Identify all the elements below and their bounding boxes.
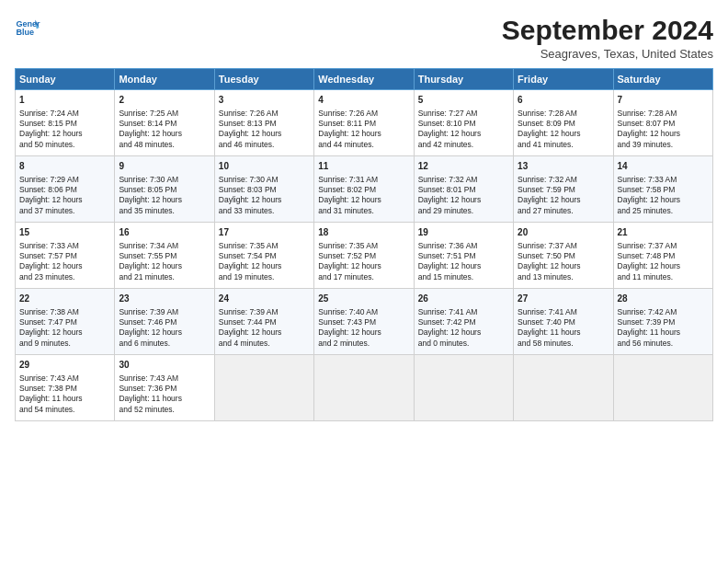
- calendar-row: 29Sunrise: 7:43 AMSunset: 7:38 PMDayligh…: [16, 355, 713, 421]
- day-info: and 17 minutes.: [318, 272, 409, 282]
- day-info: Sunset: 8:01 PM: [418, 185, 509, 195]
- day-info: and 11 minutes.: [618, 272, 709, 282]
- day-info: Sunrise: 7:43 AM: [19, 373, 110, 384]
- day-info: and 23 minutes.: [19, 272, 110, 282]
- day-number: 26: [418, 293, 509, 305]
- day-info: Daylight: 12 hours: [19, 327, 110, 338]
- day-info: and 39 minutes.: [618, 140, 709, 150]
- day-info: and 58 minutes.: [518, 339, 609, 349]
- table-cell: 22Sunrise: 7:38 AMSunset: 7:47 PMDayligh…: [16, 289, 115, 355]
- page-title: September 2024: [502, 15, 713, 45]
- day-info: Sunrise: 7:33 AM: [618, 175, 709, 185]
- day-info: Sunrise: 7:36 AM: [418, 241, 509, 251]
- day-info: Sunset: 8:11 PM: [318, 119, 409, 129]
- day-number: 6: [518, 94, 609, 107]
- day-info: Daylight: 12 hours: [19, 195, 110, 205]
- day-info: Daylight: 11 hours: [19, 394, 110, 404]
- day-info: Sunset: 8:13 PM: [219, 119, 310, 129]
- page-subtitle: Seagraves, Texas, United States: [502, 47, 713, 61]
- day-info: Sunrise: 7:34 AM: [119, 241, 210, 251]
- day-info: Sunrise: 7:25 AM: [119, 109, 210, 119]
- day-info: Sunset: 8:02 PM: [318, 185, 409, 195]
- table-cell: 30Sunrise: 7:43 AMSunset: 7:36 PMDayligh…: [115, 355, 214, 421]
- day-number: 7: [618, 94, 709, 107]
- day-info: and 54 minutes.: [19, 405, 110, 415]
- calendar-table: Sunday Monday Tuesday Wednesday Thursday…: [15, 68, 713, 421]
- day-info: and 41 minutes.: [518, 140, 609, 150]
- day-info: Daylight: 12 hours: [318, 327, 409, 338]
- title-block: September 2024 Seagraves, Texas, United …: [502, 15, 713, 61]
- day-info: and 42 minutes.: [418, 140, 509, 150]
- day-info: Sunrise: 7:41 AM: [518, 307, 609, 317]
- calendar-row: 8Sunrise: 7:29 AMSunset: 8:06 PMDaylight…: [16, 156, 713, 223]
- day-info: and 25 minutes.: [618, 206, 709, 216]
- table-cell: 17Sunrise: 7:35 AMSunset: 7:54 PMDayligh…: [214, 223, 313, 289]
- table-cell: 27Sunrise: 7:41 AMSunset: 7:40 PMDayligh…: [514, 289, 613, 355]
- day-info: Sunrise: 7:26 AM: [318, 109, 409, 119]
- day-info: Sunrise: 7:33 AM: [19, 241, 110, 251]
- day-number: 14: [618, 160, 709, 173]
- table-cell: 13Sunrise: 7:32 AMSunset: 7:59 PMDayligh…: [514, 156, 613, 223]
- table-cell: 19Sunrise: 7:36 AMSunset: 7:51 PMDayligh…: [414, 223, 513, 289]
- calendar-row: 15Sunrise: 7:33 AMSunset: 7:57 PMDayligh…: [16, 223, 713, 289]
- day-info: Sunrise: 7:42 AM: [618, 307, 709, 317]
- col-thursday: Thursday: [414, 69, 513, 90]
- day-number: 27: [518, 293, 609, 305]
- day-info: Sunrise: 7:27 AM: [418, 109, 509, 119]
- day-info: Sunset: 7:47 PM: [19, 317, 110, 327]
- day-info: Daylight: 12 hours: [119, 129, 210, 139]
- table-cell: 23Sunrise: 7:39 AMSunset: 7:46 PMDayligh…: [115, 289, 214, 355]
- table-cell: [214, 355, 313, 421]
- day-info: Sunrise: 7:39 AM: [119, 307, 210, 317]
- table-cell: 28Sunrise: 7:42 AMSunset: 7:39 PMDayligh…: [613, 289, 712, 355]
- day-info: and 56 minutes.: [618, 339, 709, 349]
- day-info: Daylight: 12 hours: [19, 261, 110, 271]
- day-info: Sunset: 7:44 PM: [219, 317, 310, 327]
- table-cell: [514, 355, 613, 421]
- day-info: Sunrise: 7:28 AM: [618, 109, 709, 119]
- day-info: Sunrise: 7:37 AM: [518, 241, 609, 251]
- day-info: and 27 minutes.: [518, 206, 609, 216]
- day-info: and 15 minutes.: [418, 272, 509, 282]
- day-info: and 31 minutes.: [318, 206, 409, 216]
- day-info: and 35 minutes.: [119, 206, 210, 216]
- table-cell: 5Sunrise: 7:27 AMSunset: 8:10 PMDaylight…: [414, 90, 513, 156]
- table-cell: 10Sunrise: 7:30 AMSunset: 8:03 PMDayligh…: [214, 156, 313, 223]
- day-info: and 0 minutes.: [418, 339, 509, 349]
- day-info: and 37 minutes.: [19, 206, 110, 216]
- day-info: Sunset: 7:59 PM: [518, 185, 609, 195]
- day-info: Sunset: 7:50 PM: [518, 251, 609, 261]
- day-info: Daylight: 12 hours: [219, 261, 310, 271]
- day-info: and 6 minutes.: [119, 339, 210, 349]
- day-number: 1: [19, 94, 110, 107]
- day-info: Sunrise: 7:29 AM: [19, 175, 110, 185]
- day-info: Sunrise: 7:32 AM: [418, 175, 509, 185]
- table-cell: 18Sunrise: 7:35 AMSunset: 7:52 PMDayligh…: [314, 223, 414, 289]
- day-info: Daylight: 12 hours: [518, 261, 609, 271]
- table-cell: 3Sunrise: 7:26 AMSunset: 8:13 PMDaylight…: [214, 90, 313, 156]
- table-cell: 1Sunrise: 7:24 AMSunset: 8:15 PMDaylight…: [16, 90, 115, 156]
- day-info: and 19 minutes.: [219, 272, 310, 282]
- day-info: Sunset: 7:54 PM: [219, 251, 310, 261]
- day-info: Sunset: 8:03 PM: [219, 185, 310, 195]
- day-number: 2: [119, 94, 210, 107]
- day-info: Sunrise: 7:28 AM: [518, 109, 609, 119]
- day-info: Daylight: 12 hours: [119, 195, 210, 205]
- day-info: Daylight: 11 hours: [518, 327, 609, 338]
- table-cell: 15Sunrise: 7:33 AMSunset: 7:57 PMDayligh…: [16, 223, 115, 289]
- day-number: 28: [618, 293, 709, 305]
- day-number: 11: [318, 160, 409, 173]
- day-number: 30: [119, 359, 210, 372]
- svg-text:Blue: Blue: [16, 28, 34, 37]
- day-number: 4: [318, 94, 409, 107]
- day-number: 19: [418, 226, 509, 239]
- table-cell: 21Sunrise: 7:37 AMSunset: 7:48 PMDayligh…: [613, 223, 712, 289]
- day-info: Sunset: 7:46 PM: [119, 317, 210, 327]
- table-cell: [613, 355, 712, 421]
- day-info: Daylight: 12 hours: [219, 195, 310, 205]
- day-info: Daylight: 12 hours: [119, 261, 210, 271]
- day-info: Daylight: 12 hours: [219, 129, 310, 139]
- day-info: Sunrise: 7:35 AM: [219, 241, 310, 251]
- day-info: Daylight: 12 hours: [618, 129, 709, 139]
- day-info: Daylight: 12 hours: [219, 327, 310, 338]
